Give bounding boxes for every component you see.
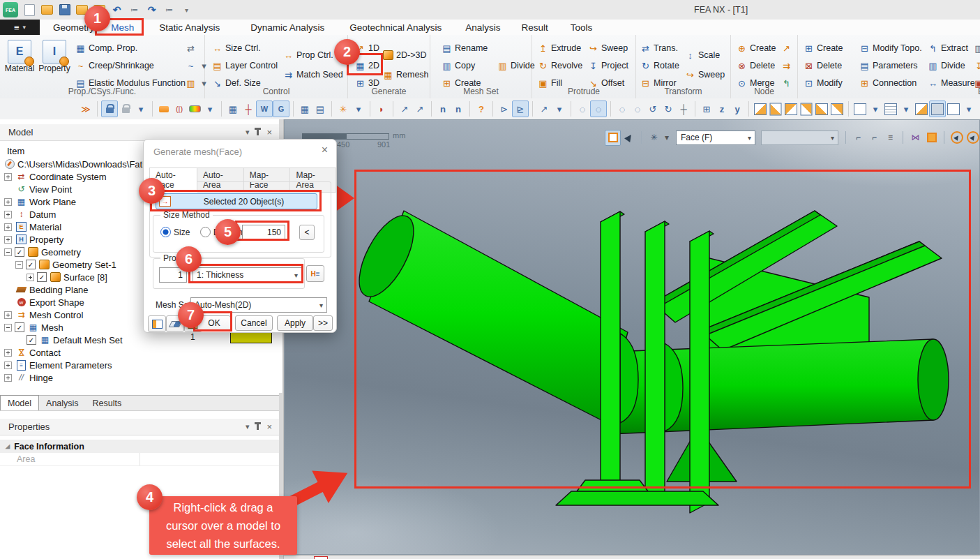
extrude-button[interactable]: Extrude bbox=[538, 40, 581, 56]
element-divide-button[interactable]: Divide bbox=[928, 58, 965, 73]
pan-icon[interactable]: ┼ bbox=[676, 101, 691, 117]
tree-item-mesh-control[interactable]: Mesh Control bbox=[4, 308, 83, 321]
tree-item-geometry[interactable]: Geometry bbox=[4, 246, 81, 258]
node-delete-button[interactable]: Delete bbox=[737, 58, 775, 73]
rotate-button[interactable]: Rotate bbox=[640, 58, 679, 73]
face-information-section[interactable]: ◢ Face Information bbox=[0, 440, 279, 453]
view-left-icon[interactable] bbox=[799, 101, 814, 117]
dialog-close-icon[interactable]: × bbox=[322, 144, 328, 156]
transform-sweep-button[interactable]: Sweep bbox=[685, 67, 725, 82]
scale-button[interactable]: Scale bbox=[685, 47, 720, 63]
expand-icon[interactable] bbox=[4, 362, 12, 369]
expand-icon[interactable] bbox=[4, 236, 12, 244]
display-shrink-icon[interactable] bbox=[929, 100, 946, 117]
collapse-icon[interactable] bbox=[4, 324, 12, 331]
remesh-button[interactable]: Remesh bbox=[383, 67, 429, 82]
redo-button[interactable]: ↷ bbox=[146, 5, 158, 15]
axis-z-icon[interactable] bbox=[714, 101, 730, 117]
tab-tools[interactable]: Tools bbox=[566, 20, 597, 35]
project-button[interactable]: Project bbox=[588, 58, 628, 73]
tab-results[interactable]: Results bbox=[86, 396, 129, 410]
zoom-fit-icon[interactable] bbox=[575, 101, 590, 117]
tree-item-bedding-plane[interactable]: Bedding Plane bbox=[15, 283, 89, 296]
render-option-icon[interactable] bbox=[946, 101, 961, 117]
view-front-icon[interactable] bbox=[768, 101, 783, 117]
size-value-input[interactable]: 150 bbox=[242, 225, 285, 240]
contact-display-icon[interactable]: (|) bbox=[172, 101, 187, 117]
cancel-button[interactable]: Cancel bbox=[235, 315, 273, 331]
select-objects-button[interactable]: Selected 20 Object(s) bbox=[156, 193, 317, 209]
snap-caret-icon[interactable] bbox=[351, 101, 366, 117]
property-manager-button[interactable]: H≡ bbox=[306, 265, 324, 282]
tree-item-contact[interactable]: Contact bbox=[4, 346, 61, 359]
tree-item-work-plane[interactable]: Work Plane bbox=[4, 195, 76, 208]
node-project-button[interactable] bbox=[781, 40, 792, 56]
radio-division[interactable] bbox=[200, 227, 211, 237]
undo-button[interactable]: ↶ bbox=[111, 5, 123, 15]
apply-button[interactable]: Apply bbox=[277, 315, 313, 331]
panel-caret-icon[interactable]: ▾ bbox=[246, 422, 250, 431]
tree-item-default-mesh-set[interactable]: Default Mesh Set bbox=[27, 334, 123, 346]
checkbox-checked[interactable] bbox=[26, 260, 36, 269]
match-seed-button[interactable]: Match Seed bbox=[283, 67, 343, 82]
viewport-3d[interactable]: mm 450 901 ✳ ▾ Face (F) ⌐ ⌐ ≡ ⋈ bbox=[284, 119, 980, 555]
collapse-icon[interactable] bbox=[15, 261, 23, 269]
open-file-button[interactable] bbox=[41, 5, 53, 15]
collapse-icon[interactable] bbox=[4, 248, 12, 256]
expand-icon[interactable] bbox=[4, 173, 12, 181]
view-top-icon[interactable] bbox=[814, 101, 829, 117]
more-button[interactable]: >> bbox=[313, 315, 333, 331]
expand-icon[interactable] bbox=[4, 223, 12, 231]
view-back-icon[interactable] bbox=[783, 101, 799, 117]
size-ctrl-button[interactable]: Size Ctrl. bbox=[212, 40, 261, 56]
zoom-window-icon[interactable] bbox=[590, 100, 607, 117]
prop-ctrl-button[interactable]: Prop Ctrl. bbox=[283, 47, 333, 63]
new-file-button[interactable] bbox=[24, 5, 36, 15]
element-number-icon[interactable] bbox=[451, 101, 466, 117]
main-menu-button[interactable]: ≡▾ bbox=[0, 20, 40, 35]
expand-icon[interactable] bbox=[4, 198, 12, 206]
panel-close-icon[interactable]: × bbox=[266, 422, 272, 432]
polygon-select-icon[interactable]: ⌐ bbox=[866, 130, 882, 146]
zoom-dynamic-icon[interactable] bbox=[615, 101, 630, 117]
node-create-button[interactable]: Create bbox=[737, 40, 776, 56]
register-tool-button[interactable] bbox=[148, 315, 166, 332]
grid-icon[interactable] bbox=[225, 101, 241, 117]
material-button[interactable]: E Material bbox=[3, 40, 36, 73]
render-caret-icon[interactable] bbox=[961, 101, 977, 117]
toolbar-options-caret[interactable]: ▾ bbox=[181, 5, 193, 15]
element-in-button[interactable]: In bbox=[974, 40, 980, 56]
display-mesh-icon[interactable] bbox=[883, 101, 898, 117]
tree-item-datum[interactable]: Datum bbox=[4, 208, 56, 221]
mesh-2d-button[interactable]: 2D bbox=[355, 58, 379, 73]
mesh-display-icon[interactable] bbox=[297, 101, 312, 117]
wcs-axis-icon[interactable] bbox=[256, 100, 273, 117]
element-pil-button[interactable]: Pil bbox=[974, 58, 980, 73]
pick-caret-icon[interactable]: ▾ bbox=[662, 130, 672, 146]
tab-static-analysis[interactable]: Static Analysis bbox=[155, 20, 224, 35]
mesh-set-select[interactable]: Auto-Mesh(2D) bbox=[190, 297, 327, 313]
node-axis-icon[interactable] bbox=[397, 101, 412, 117]
pick-filter-icon[interactable]: ✳ bbox=[646, 130, 662, 146]
polyline-select-icon[interactable]: ⌐ bbox=[850, 130, 866, 146]
display-shade-icon[interactable] bbox=[914, 101, 929, 117]
sweep-button[interactable]: Sweep bbox=[588, 40, 628, 56]
size-expand-button[interactable]: < bbox=[299, 225, 315, 240]
gcs-axis-icon[interactable] bbox=[273, 100, 289, 117]
radio-size[interactable] bbox=[160, 227, 171, 237]
axis-y-icon[interactable] bbox=[730, 101, 745, 117]
view-bottom-icon[interactable] bbox=[829, 101, 845, 117]
panel-close-icon[interactable]: × bbox=[266, 127, 272, 137]
meshset-rename-button[interactable]: Rename bbox=[442, 40, 488, 56]
expand-icon[interactable] bbox=[4, 311, 12, 319]
translate-button[interactable]: Trans. bbox=[640, 40, 678, 56]
select-cursor-icon[interactable] bbox=[621, 130, 637, 146]
zoom-in-icon[interactable] bbox=[630, 101, 645, 117]
window-deselect-icon[interactable] bbox=[924, 130, 940, 146]
query-icon[interactable]: ? bbox=[474, 101, 489, 117]
view-redo-icon[interactable] bbox=[661, 101, 676, 117]
meshset-divide-button[interactable]: Divide bbox=[497, 58, 535, 73]
select-all-icon[interactable] bbox=[949, 130, 965, 146]
doc-tab-icon[interactable] bbox=[314, 556, 328, 559]
split-window-icon[interactable] bbox=[699, 101, 714, 117]
